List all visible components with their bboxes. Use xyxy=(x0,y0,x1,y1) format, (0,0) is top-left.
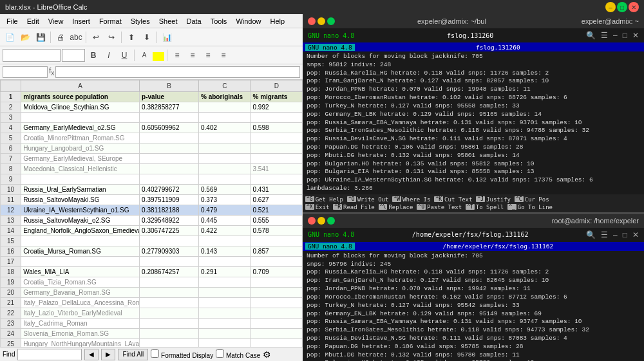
footer-cmd[interactable]: ^GGet Help xyxy=(305,196,343,203)
table-row[interactable]: 10Russia_Ural_EarlySarmatian0.4027996720… xyxy=(1,185,303,195)
cell-a[interactable]: Germany_Bavaria_Roman.SG xyxy=(21,288,140,298)
cell-c[interactable] xyxy=(199,319,251,329)
cell-a[interactable]: Hungary_NorthHungaryMountains_LAvai xyxy=(21,339,140,347)
cell-d[interactable] xyxy=(251,154,303,164)
cell-a[interactable]: migrants source population xyxy=(21,92,140,102)
cell-b[interactable] xyxy=(140,174,199,185)
cell-a[interactable]: Russia_SaltovoMayaki_o2.SG xyxy=(21,216,140,226)
formatted-display-checkbox[interactable] xyxy=(151,349,159,358)
table-row[interactable]: 6Hungary_Langobard_o1.SG xyxy=(1,143,303,154)
cell-c[interactable] xyxy=(199,288,251,298)
term2-minimize-icon[interactable]: – xyxy=(613,230,618,239)
redo-button[interactable]: ↪ xyxy=(104,30,118,44)
close-button[interactable]: ✕ xyxy=(629,2,639,12)
table-row[interactable]: 16Croatia_Mursa_Roman.SG0.2779093030.143… xyxy=(1,246,303,257)
cell-c[interactable] xyxy=(199,164,251,174)
term2-maximize-icon[interactable]: □ xyxy=(623,230,627,239)
term1-max-button[interactable] xyxy=(327,17,335,25)
cell-d[interactable]: 0.992 xyxy=(251,102,303,113)
cell-c[interactable] xyxy=(199,308,251,319)
cell-d[interactable]: 0.709 xyxy=(251,267,303,277)
col-header-a[interactable]: A xyxy=(21,80,140,92)
cell-c[interactable] xyxy=(199,277,251,288)
menu-window[interactable]: Window xyxy=(232,16,265,26)
menu-format[interactable]: Format xyxy=(95,16,126,26)
footer-cmd[interactable]: ^_Go To Line xyxy=(507,204,553,210)
cell-d[interactable] xyxy=(251,236,303,246)
term2-close-icon[interactable]: ✕ xyxy=(632,230,639,239)
table-row[interactable]: 24Slovenia_Emonia_Roman.SG xyxy=(1,329,303,339)
term1-maximize-icon[interactable]: □ xyxy=(623,31,627,40)
cell-a[interactable]: Hungary_Langobard_o1.SG xyxy=(21,143,140,154)
footer-cmd[interactable]: ^RRead File xyxy=(333,204,374,210)
formula-input[interactable]: Ukraine_IA_WesternScythian_o1.SG xyxy=(55,66,300,78)
table-row[interactable]: 2Moldova_Glinoe_Scythian.SG0.3828582770.… xyxy=(1,102,303,113)
cell-c[interactable]: 0.291 xyxy=(199,267,251,277)
cell-d[interactable]: 0.627 xyxy=(251,195,303,205)
cell-b[interactable]: 0.277909303 xyxy=(140,246,199,257)
cell-b[interactable] xyxy=(140,339,199,347)
table-row[interactable]: 5Croatia_MinorePittman_Roman.SG xyxy=(1,133,303,143)
menu-help[interactable]: Help xyxy=(267,16,289,26)
cell-c[interactable] xyxy=(199,329,251,339)
col-header-c[interactable]: C xyxy=(199,80,251,92)
cell-b[interactable] xyxy=(140,164,199,174)
cell-b[interactable]: 0.329548922 xyxy=(140,216,199,226)
cell-b[interactable] xyxy=(140,113,199,123)
cell-d[interactable]: % migrants xyxy=(251,92,303,102)
cell-d[interactable] xyxy=(251,257,303,267)
cell-a[interactable]: Slovenia_Emonia_Roman.SG xyxy=(21,329,140,339)
table-row[interactable]: 8Macedonia_Classical_Hellenistic3.541 xyxy=(1,164,303,174)
cell-c[interactable] xyxy=(199,154,251,164)
cell-c[interactable] xyxy=(199,143,251,154)
term2-close-button[interactable] xyxy=(308,217,316,225)
term2-menu-icon[interactable]: ☰ xyxy=(601,230,608,239)
cell-d[interactable] xyxy=(251,143,303,154)
cell-a[interactable] xyxy=(21,236,140,246)
cell-d[interactable] xyxy=(251,133,303,143)
term1-min-button[interactable] xyxy=(317,17,325,25)
term2-min-button[interactable] xyxy=(317,217,325,225)
cell-c[interactable]: 0.143 xyxy=(199,246,251,257)
cell-b[interactable] xyxy=(140,308,199,319)
term1-minimize-icon[interactable]: – xyxy=(613,31,618,40)
cell-a[interactable]: Croatia_Mursa_Roman.SG xyxy=(21,246,140,257)
footer-cmd[interactable]: ^TTo Spell xyxy=(466,204,504,210)
footer-cmd[interactable]: ^CCur Pos xyxy=(515,196,549,203)
cell-a[interactable]: Italy_Lazio_Viterbo_EarlyMedieval xyxy=(21,308,140,319)
cell-b[interactable] xyxy=(140,133,199,143)
table-row[interactable]: 18Wales_MIA_LIA0.2086742570.2910.709 xyxy=(1,267,303,277)
col-header-b[interactable]: B xyxy=(140,80,199,92)
font-size-input[interactable]: 10 xyxy=(62,49,85,62)
term1-close-icon[interactable]: ✕ xyxy=(632,31,639,40)
find-next-button[interactable]: ▶ xyxy=(101,349,115,360)
footer-cmd[interactable]: ^\Replace xyxy=(379,204,413,210)
underline-button[interactable]: U xyxy=(117,48,131,62)
table-row[interactable]: 21Italy_Palazo_DellaLuca_Ancessina_Roman… xyxy=(1,298,303,308)
cell-d[interactable]: 0.431 xyxy=(251,185,303,195)
spellcheck-button[interactable]: abc xyxy=(69,30,83,44)
find-input[interactable]: blar xyxy=(17,349,82,360)
cell-c[interactable]: 0.402 xyxy=(199,123,251,133)
cell-b[interactable] xyxy=(140,154,199,164)
menu-sheet[interactable]: Sheet xyxy=(155,16,182,26)
cell-d[interactable] xyxy=(251,319,303,329)
cell-a[interactable] xyxy=(21,113,140,123)
undo-button[interactable]: ↩ xyxy=(89,30,103,44)
print-button[interactable]: 🖨 xyxy=(53,30,68,44)
cell-b[interactable] xyxy=(140,298,199,308)
cell-d[interactable]: 0.857 xyxy=(251,246,303,257)
find-all-button[interactable]: Find All xyxy=(118,349,148,360)
footer-cmd[interactable]: ^JJustify xyxy=(476,196,511,203)
cell-d[interactable] xyxy=(251,339,303,347)
minimize-button[interactable]: – xyxy=(605,2,616,12)
footer-cmd[interactable]: ^OWrite Out xyxy=(347,196,388,203)
cell-a[interactable]: Macedonia_Classical_Hellenistic xyxy=(21,164,140,174)
table-row[interactable]: 13Russia_SaltovoMayaki_o2.SG0.3295489220… xyxy=(1,216,303,226)
cell-b[interactable] xyxy=(140,329,199,339)
cell-d[interactable] xyxy=(251,113,303,123)
table-row[interactable]: 12Ukraine_IA_WesternScythian_o1.SG0.3811… xyxy=(1,205,303,216)
table-row[interactable]: 25Hungary_NorthHungaryMountains_LAvai xyxy=(1,339,303,347)
find-options-icon[interactable]: ⚙ xyxy=(263,349,271,360)
table-row[interactable]: 23Italy_Cadrima_Roman xyxy=(1,319,303,329)
